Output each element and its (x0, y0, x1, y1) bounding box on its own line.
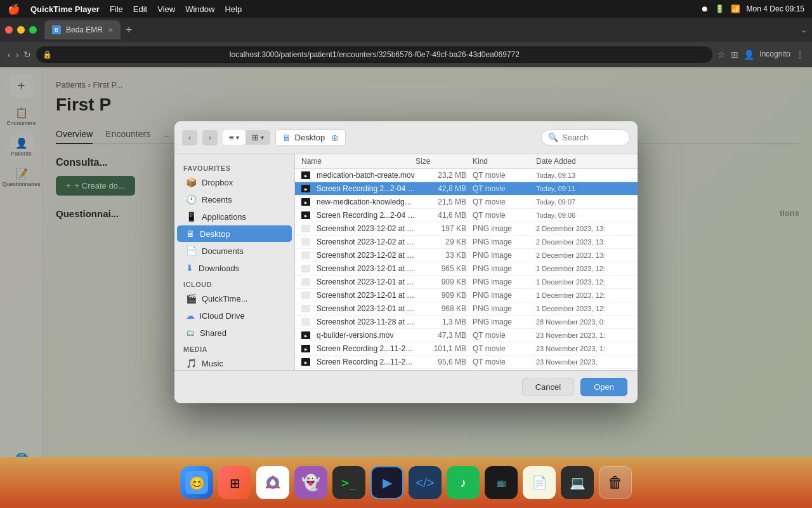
dialog-overlay: ‹ › ≡ ▾ ⊞ ▾ 🖥 Desktop ⊕ 🔍 Favourites (0, 67, 812, 457)
sidebar-item-applications[interactable]: 📱 Applications (177, 208, 292, 225)
dock-item-screen3[interactable]: 💻 (561, 466, 594, 499)
sidebar-item-music[interactable]: 🎵 Music (177, 355, 292, 370)
close-button[interactable] (5, 26, 13, 34)
file-row[interactable]: Screen Recording 2...2-04 at 09.05.23.mo… (295, 209, 638, 222)
col-date-header[interactable]: Date Added (536, 157, 631, 166)
file-kind: PNG image (473, 291, 536, 300)
file-date: 23 November 2023, 1: (536, 345, 631, 352)
tab-close-button[interactable]: ✕ (108, 27, 113, 34)
file-row[interactable]: q-builder-versions.mov47,3 MBQT movie23 … (295, 329, 638, 342)
file-row[interactable]: Screen Recording 2...11-23 at 17.38.40.m… (295, 342, 638, 356)
dock-item-terminal[interactable]: >_ (332, 466, 365, 499)
dock-item-vscode[interactable]: </> (409, 466, 442, 499)
documents-icon: 📄 (186, 246, 197, 256)
file-row[interactable]: Screen Recording 2...2-04 at 09.10.25.mo… (295, 182, 638, 196)
file-name: Screenshot 2023-12-02 at 13.18.11 (317, 224, 416, 233)
dock-item-launchpad[interactable]: ⊞ (218, 466, 251, 499)
apple-menu[interactable]: 🍎 (8, 3, 20, 15)
dialog-forward-button[interactable]: › (202, 130, 218, 145)
file-row[interactable]: Screenshot 2023-12-02 at 13.07.2133 KBPN… (295, 249, 638, 262)
dock-item-screen1[interactable]: 📺 (485, 466, 518, 499)
file-row[interactable]: Screen Recording 2...11-23 at 17.28.31.m… (295, 356, 638, 369)
sidebar-item-shared[interactable]: 🗂 Shared (177, 324, 292, 341)
screen1-icon: 📺 (497, 478, 506, 487)
sidebar-item-documents[interactable]: 📄 Documents (177, 243, 292, 259)
file-name: Screen Recording 2...2-04 at 09.05.23.mo… (317, 211, 416, 220)
dropbox-icon: 📦 (186, 177, 197, 187)
forward-button[interactable]: › (16, 50, 19, 60)
dock-item-finder[interactable]: 😊 (180, 466, 213, 499)
sidebar-item-icloud-drive[interactable]: ☁ iCloud Drive (177, 307, 292, 324)
url-input[interactable] (36, 46, 712, 63)
sidebar-item-desktop[interactable]: 🖥 Desktop (177, 225, 292, 242)
minimize-button[interactable] (17, 26, 25, 34)
profile-icon[interactable]: 👤 (743, 50, 754, 60)
location-action-button[interactable]: ⊕ (331, 133, 339, 143)
file-row[interactable]: medication-batch-create.mov23,2 MBQT mov… (295, 169, 638, 182)
sidebar-item-downloads[interactable]: ⬇ Downloads (177, 260, 292, 276)
file-row[interactable]: Screenshot 2023-12-02 at 13.09.5429 KBPN… (295, 236, 638, 249)
cancel-button[interactable]: Cancel (522, 378, 574, 396)
media-label: Media (174, 342, 294, 354)
menubar-right: ⏺ 🔋 📶 Mon 4 Dec 09:15 (701, 4, 804, 13)
open-button[interactable]: Open (580, 378, 627, 396)
location-label: Desktop (295, 133, 325, 142)
file-size: 47,3 MB (416, 331, 473, 340)
file-row[interactable]: Screenshot 2023-12-01 at 12.25.10909 KBP… (295, 289, 638, 302)
dock-item-spotify[interactable]: ♪ (447, 466, 480, 499)
file-row[interactable]: Screenshot 2023-12-01 at 12.25.19965 KBP… (295, 262, 638, 276)
file-row[interactable]: new-medication-knowledge.mov21,5 MBQT mo… (295, 196, 638, 209)
dialog-view-options: ≡ ▾ ⊞ ▾ (223, 130, 270, 145)
extensions-icon[interactable]: ⋮ (796, 50, 804, 60)
list-view-button[interactable]: ≡ ▾ (223, 130, 246, 145)
col-name-header[interactable]: Name (301, 157, 416, 166)
grid-view-button[interactable]: ⊞ ▾ (246, 130, 270, 145)
desktop-icon: 🖥 (186, 229, 195, 239)
record-icon: ⏺ (701, 4, 709, 13)
search-input[interactable] (562, 133, 623, 142)
reload-button[interactable]: ↻ (23, 50, 31, 60)
file-date: Today, 09:06 (536, 211, 631, 219)
battery-icon: 🔋 (715, 4, 724, 13)
image-file-icon (301, 291, 313, 300)
col-kind-header[interactable]: Kind (473, 157, 536, 166)
col-size-header[interactable]: Size (416, 157, 473, 166)
back-button[interactable]: ‹ (8, 50, 11, 60)
file-kind: PNG image (473, 318, 536, 326)
dock-item-screen2[interactable]: 📄 (523, 466, 556, 499)
spotify-icon: ♪ (460, 476, 466, 490)
file-date: Today, 09:07 (536, 198, 631, 206)
reader-icon[interactable]: ⊞ (731, 50, 738, 60)
dock-item-chrome[interactable] (256, 466, 289, 499)
sidebar-item-quicktime[interactable]: 🎬 QuickTime... (177, 290, 292, 307)
dialog-location[interactable]: 🖥 Desktop ⊕ (275, 130, 346, 146)
new-tab-button[interactable]: + (126, 23, 133, 37)
dock-item-notch[interactable]: 👻 (294, 466, 327, 499)
menu-help[interactable]: Help (225, 4, 242, 14)
dock-item-quicktime[interactable]: ▶ (370, 466, 403, 499)
url-bar-right: ☆ ⊞ 👤 Incognito ⋮ (717, 50, 804, 60)
file-row[interactable]: Screenshot 2023-12-01 at 12.24.26968 KBP… (295, 302, 638, 316)
menu-view[interactable]: View (157, 4, 175, 14)
sidebar-item-recents[interactable]: 🕐 Recents (177, 191, 292, 208)
clock: Mon 4 Dec 09:15 (747, 4, 804, 13)
browser-tab[interactable]: B Beda EMR ✕ (44, 20, 121, 39)
filelist-header: Name Size Kind Date Added (295, 154, 638, 169)
menu-file[interactable]: File (110, 4, 123, 14)
menu-edit[interactable]: Edit (133, 4, 147, 14)
sidebar-item-dropbox[interactable]: 📦 Dropbox (177, 174, 292, 190)
music-label: Music (202, 359, 223, 368)
menu-window[interactable]: Window (185, 4, 214, 14)
file-date: 1 December 2023, 12: (536, 305, 631, 312)
dock-item-trash[interactable]: 🗑 (599, 466, 632, 499)
app-name[interactable]: QuickTime Player (30, 4, 100, 14)
collapse-icon[interactable]: ⌄ (801, 25, 807, 34)
movie-file-icon (301, 184, 313, 193)
dialog-back-button[interactable]: ‹ (182, 130, 197, 145)
file-row[interactable]: Screenshot 2023-12-02 at 13.18.11197 KBP… (295, 222, 638, 236)
file-row[interactable]: Screenshot 2023-12-01 at 12.25.15909 KBP… (295, 276, 638, 289)
file-name: new-medication-knowledge.mov (317, 197, 416, 206)
bookmark-icon[interactable]: ☆ (717, 50, 726, 60)
maximize-button[interactable] (29, 26, 37, 34)
file-row[interactable]: Screenshot 2023-11-28 at 09.02.011,3 MBP… (295, 316, 638, 329)
